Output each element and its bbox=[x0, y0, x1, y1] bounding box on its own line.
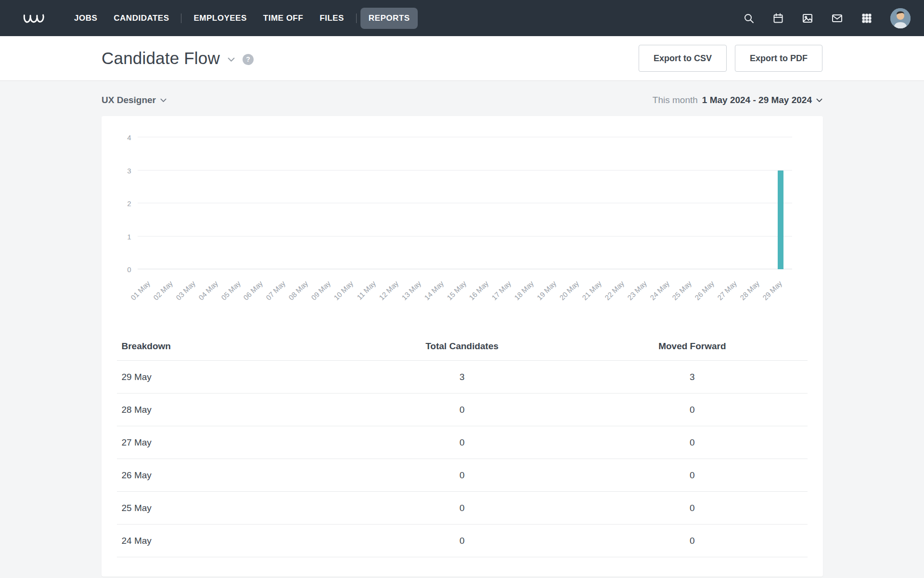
x-axis-label: 16 May bbox=[468, 279, 490, 302]
nav-items: JOBSCANDIDATESEMPLOYEESTIME OFFFILESREPO… bbox=[66, 8, 418, 29]
table-cell: 0 bbox=[347, 536, 577, 546]
x-axis-label: 03 May bbox=[174, 279, 197, 302]
x-axis-label: 15 May bbox=[445, 279, 468, 302]
x-axis-label: 09 May bbox=[309, 279, 332, 302]
help-icon[interactable]: ? bbox=[243, 54, 254, 65]
table-cell: 0 bbox=[577, 470, 807, 481]
table-row: 29 May33 bbox=[117, 361, 808, 394]
x-axis-label: 19 May bbox=[535, 279, 558, 302]
table-cell: 27 May bbox=[117, 437, 347, 448]
column-header: Total Candidates bbox=[347, 341, 577, 352]
search-icon[interactable] bbox=[743, 13, 755, 24]
export-csv-button[interactable]: Export to CSV bbox=[639, 45, 727, 72]
nav-item-time-off[interactable]: TIME OFF bbox=[255, 8, 311, 29]
chevron-down-icon bbox=[160, 98, 167, 103]
x-axis-label: 20 May bbox=[558, 279, 580, 302]
export-pdf-button[interactable]: Export to PDF bbox=[735, 45, 822, 72]
table-cell: 26 May bbox=[117, 470, 347, 481]
table-cell: 3 bbox=[347, 372, 577, 382]
logo-icon bbox=[23, 12, 45, 25]
x-axis-label: 05 May bbox=[219, 279, 242, 302]
page-title: Candidate Flow bbox=[102, 49, 220, 68]
nav-divider bbox=[356, 13, 357, 23]
table-cell: 0 bbox=[577, 437, 807, 448]
table-cell: 28 May bbox=[117, 405, 347, 415]
table-row: 28 May00 bbox=[117, 394, 808, 426]
avatar-image bbox=[890, 8, 911, 28]
table-cell: 0 bbox=[577, 503, 807, 513]
x-axis-label: 18 May bbox=[513, 279, 535, 302]
mail-icon[interactable] bbox=[831, 13, 843, 24]
nav-right bbox=[743, 8, 911, 28]
chevron-down-icon bbox=[816, 98, 822, 103]
y-axis-tick: 0 bbox=[127, 265, 131, 274]
x-axis-label: 23 May bbox=[626, 279, 648, 302]
x-axis-label: 02 May bbox=[152, 279, 174, 302]
y-axis-tick: 1 bbox=[127, 232, 131, 240]
user-avatar[interactable] bbox=[890, 8, 911, 28]
x-axis-label: 06 May bbox=[242, 279, 265, 302]
table-row: 24 May00 bbox=[117, 525, 808, 557]
table-cell: 0 bbox=[577, 405, 807, 415]
nav-item-files[interactable]: FILES bbox=[311, 8, 352, 29]
table-row: 27 May00 bbox=[117, 426, 808, 459]
gridline bbox=[138, 203, 792, 203]
nav-item-reports[interactable]: REPORTS bbox=[360, 8, 418, 29]
gridline bbox=[138, 170, 792, 171]
x-axis-label: 25 May bbox=[671, 279, 693, 302]
x-axis-label: 08 May bbox=[287, 279, 309, 302]
date-range-value: 1 May 2024 - 29 May 2024 bbox=[702, 95, 812, 105]
table-cell: 0 bbox=[347, 437, 577, 448]
nav-item-candidates[interactable]: CANDIDATES bbox=[105, 8, 177, 29]
x-axis-label: 13 May bbox=[400, 279, 423, 302]
y-axis-tick: 2 bbox=[127, 199, 131, 208]
job-filter-dropdown[interactable]: UX Designer bbox=[102, 95, 167, 105]
x-axis-label: 21 May bbox=[580, 279, 603, 302]
x-axis-label: 10 May bbox=[332, 279, 355, 302]
chart-plot-area: 01234 bbox=[138, 137, 792, 269]
nav-item-jobs[interactable]: JOBS bbox=[66, 8, 105, 29]
table-body: 29 May3328 May0027 May0026 May0025 May00… bbox=[117, 361, 808, 557]
period-label: This month bbox=[653, 95, 698, 105]
nav-item-employees[interactable]: EMPLOYEES bbox=[185, 8, 255, 29]
filter-row: UX Designer This month 1 May 2024 - 29 M… bbox=[0, 95, 924, 105]
calendar-icon[interactable] bbox=[772, 13, 784, 24]
bar-29-may bbox=[778, 171, 783, 270]
table-cell: 3 bbox=[577, 372, 807, 382]
table-cell: 0 bbox=[577, 536, 807, 546]
x-axis-label: 28 May bbox=[738, 279, 761, 302]
y-axis-tick: 4 bbox=[127, 133, 131, 142]
title-dropdown-chevron-icon[interactable] bbox=[228, 57, 235, 62]
table-cell: 25 May bbox=[117, 503, 347, 513]
x-axis-label: 04 May bbox=[197, 279, 219, 302]
table-cell: 0 bbox=[347, 503, 577, 513]
x-axis-label: 26 May bbox=[693, 279, 716, 302]
report-card: 01234 01 May02 May03 May04 May05 May06 M… bbox=[102, 116, 823, 577]
x-axis-label: 29 May bbox=[761, 279, 783, 302]
x-axis-label: 12 May bbox=[377, 279, 400, 302]
date-range-dropdown[interactable]: This month 1 May 2024 - 29 May 2024 bbox=[653, 95, 822, 105]
x-axis-label: 27 May bbox=[716, 279, 738, 302]
table-cell: 0 bbox=[347, 470, 577, 481]
gridline bbox=[138, 137, 792, 137]
top-nav: JOBSCANDIDATESEMPLOYEESTIME OFFFILESREPO… bbox=[0, 0, 924, 36]
table-row: 25 May00 bbox=[117, 492, 808, 525]
table-cell: 29 May bbox=[117, 372, 347, 382]
table-row: 26 May00 bbox=[117, 459, 808, 492]
x-axis-label: 14 May bbox=[423, 279, 445, 302]
nav-divider bbox=[181, 13, 181, 23]
image-icon[interactable] bbox=[802, 13, 813, 24]
x-axis-label: 24 May bbox=[648, 279, 671, 302]
chart-x-axis: 01 May02 May03 May04 May05 May06 May07 M… bbox=[138, 269, 792, 328]
table-cell: 24 May bbox=[117, 536, 347, 546]
app-logo[interactable] bbox=[23, 11, 48, 26]
x-axis-label: 01 May bbox=[129, 279, 152, 302]
breakdown-table: BreakdownTotal CandidatesMoved Forward 2… bbox=[117, 332, 808, 557]
x-axis-label: 17 May bbox=[490, 279, 513, 302]
x-axis-label: 07 May bbox=[265, 279, 287, 302]
apps-grid-icon[interactable] bbox=[861, 13, 873, 24]
gridline bbox=[138, 236, 792, 236]
column-header: Moved Forward bbox=[577, 341, 807, 352]
table-cell: 0 bbox=[347, 405, 577, 415]
x-axis-label: 22 May bbox=[603, 279, 626, 302]
